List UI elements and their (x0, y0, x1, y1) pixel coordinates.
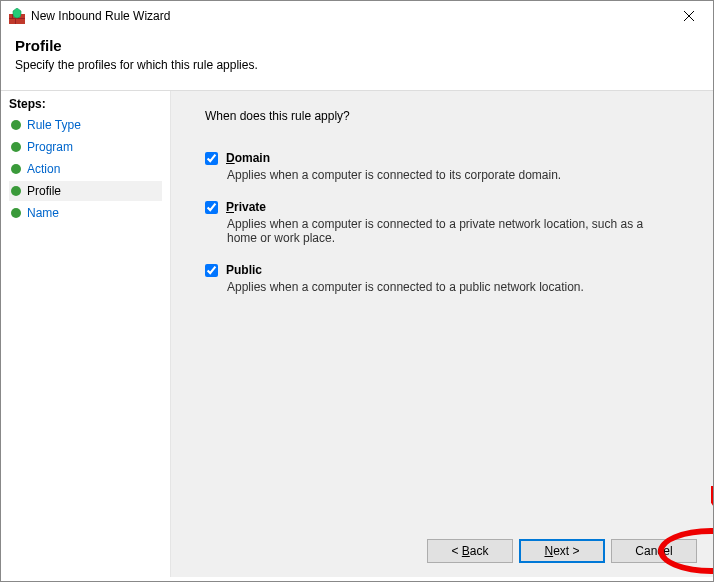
profile-private-row[interactable]: Private (205, 200, 691, 214)
step-name[interactable]: Name (9, 203, 162, 223)
profile-private-description: Applies when a computer is connected to … (227, 217, 657, 245)
profile-domain-checkbox[interactable] (205, 152, 218, 165)
step-label: Program (27, 140, 73, 154)
profile-public-checkbox[interactable] (205, 264, 218, 277)
svg-rect-4 (15, 18, 16, 24)
cancel-button[interactable]: Cancel (611, 539, 697, 563)
right-pane: When does this rule apply? Domain Applie… (171, 91, 713, 577)
step-label: Profile (27, 184, 61, 198)
profile-public-description: Applies when a computer is connected to … (227, 280, 657, 294)
step-label: Action (27, 162, 60, 176)
page-heading: Profile (15, 37, 699, 54)
profile-question: When does this rule apply? (205, 109, 691, 123)
close-icon (684, 11, 694, 21)
title-bar: New Inbound Rule Wizard (1, 1, 713, 31)
step-program[interactable]: Program (9, 137, 162, 157)
close-button[interactable] (669, 1, 709, 31)
step-label: Name (27, 206, 59, 220)
profile-domain-label: Domain (226, 151, 270, 165)
firewall-icon (9, 8, 25, 24)
content-area: Steps: Rule Type Program Action Profile … (1, 91, 713, 577)
step-rule-type[interactable]: Rule Type (9, 115, 162, 135)
profile-private-label: Private (226, 200, 266, 214)
profile-private: Private Applies when a computer is conne… (205, 200, 691, 245)
profile-domain-description: Applies when a computer is connected to … (227, 168, 657, 182)
profile-domain: Domain Applies when a computer is connec… (205, 151, 691, 182)
window-title: New Inbound Rule Wizard (31, 9, 669, 23)
profile-private-checkbox[interactable] (205, 201, 218, 214)
step-bullet-icon (11, 164, 21, 174)
button-bar: < Back Next > Cancel (427, 539, 697, 563)
page-header: Profile Specify the profiles for which t… (1, 31, 713, 82)
step-label: Rule Type (27, 118, 81, 132)
step-action[interactable]: Action (9, 159, 162, 179)
steps-heading: Steps: (9, 97, 162, 111)
steps-sidebar: Steps: Rule Type Program Action Profile … (1, 91, 171, 577)
profile-public-row[interactable]: Public (205, 263, 691, 277)
profile-domain-row[interactable]: Domain (205, 151, 691, 165)
back-button[interactable]: < Back (427, 539, 513, 563)
step-bullet-icon (11, 120, 21, 130)
profile-public: Public Applies when a computer is connec… (205, 263, 691, 294)
profile-public-label: Public (226, 263, 262, 277)
step-bullet-icon (11, 186, 21, 196)
step-bullet-icon (11, 208, 21, 218)
page-description: Specify the profiles for which this rule… (15, 58, 699, 72)
next-button[interactable]: Next > (519, 539, 605, 563)
step-bullet-icon (11, 142, 21, 152)
step-profile[interactable]: Profile (9, 181, 162, 201)
